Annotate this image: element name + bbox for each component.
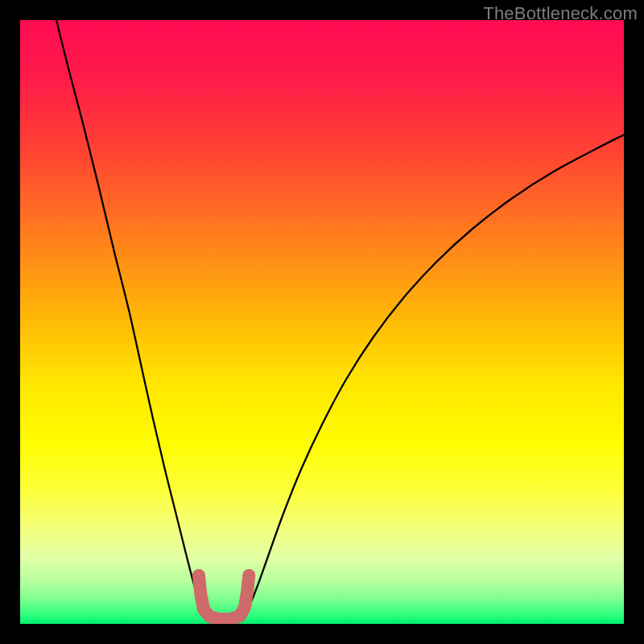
watermark-text: TheBottleneck.com (483, 3, 638, 24)
valley-marker-cap-right (242, 569, 255, 582)
plot-area (20, 20, 624, 624)
frame: TheBottleneck.com (0, 0, 644, 644)
valley-marker-cap-left (192, 569, 205, 582)
valley-marker-layer (20, 20, 624, 624)
valley-marker (199, 576, 249, 619)
